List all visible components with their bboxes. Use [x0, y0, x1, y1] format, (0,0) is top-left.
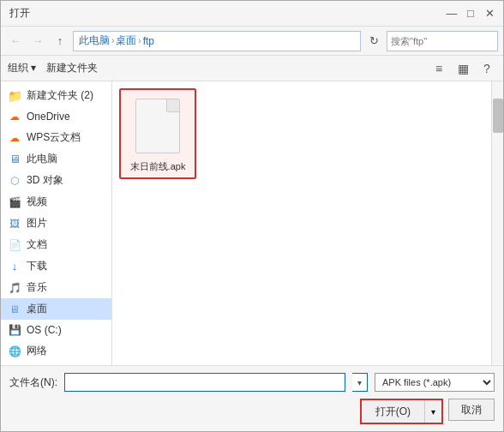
- filename-label: 文件名(N):: [9, 375, 57, 390]
- main-area: 📁 新建文件夹 (2) ☁ OneDrive ☁ WPS云文档 🖥: [1, 81, 503, 365]
- sidebar: 📁 新建文件夹 (2) ☁ OneDrive ☁ WPS云文档 🖥: [1, 81, 112, 365]
- open-button[interactable]: 打开(O): [362, 400, 424, 423]
- wps-icon: ☁: [8, 131, 21, 145]
- filename-input[interactable]: [64, 373, 345, 392]
- bottom-area: 文件名(N): ▾ APK files (*.apk) 打开(O) ▾ 取消: [1, 365, 503, 431]
- this-pc-icon: 🖥: [8, 153, 21, 166]
- button-row: 打开(O) ▾ 取消: [9, 399, 495, 424]
- path-ftp[interactable]: ftp: [143, 35, 154, 47]
- sidebar-item-onedrive-label: OneDrive: [27, 111, 70, 123]
- new-folder-button[interactable]: 新建文件夹: [46, 61, 98, 75]
- sidebar-item-videos[interactable]: 🎬 视频: [1, 191, 111, 213]
- apk-file-icon: [135, 99, 180, 153]
- network-icon: 🌐: [8, 345, 21, 358]
- sidebar-item-wps-label: WPS云文档: [27, 130, 81, 145]
- sidebar-item-new-folder-label: 新建文件夹 (2): [27, 88, 93, 103]
- desktop-icon: 🖥: [8, 303, 21, 316]
- open-button-group: 打开(O) ▾: [360, 399, 443, 424]
- sidebar-item-wps[interactable]: ☁ WPS云文档: [1, 127, 111, 148]
- filename-dropdown-button[interactable]: ▾: [352, 373, 368, 392]
- sidebar-item-this-pc[interactable]: 🖥 此电脑: [1, 148, 111, 170]
- drive-icon: 💾: [8, 323, 21, 337]
- dialog-title: 打开: [9, 6, 30, 21]
- file-name-apk: 末日前线.apk: [130, 160, 186, 172]
- sidebar-item-downloads-label: 下载: [27, 259, 47, 273]
- sidebar-item-3d-label: 3D 对象: [27, 173, 63, 188]
- pictures-icon: 🖼: [8, 217, 21, 231]
- downloads-icon: ↓: [8, 260, 21, 273]
- sidebar-item-videos-label: 视频: [27, 195, 47, 209]
- folder-icon: 📁: [8, 89, 21, 103]
- address-path[interactable]: 此电脑 › 桌面 › ftp: [73, 31, 361, 51]
- sidebar-item-documents-label: 文档: [27, 237, 47, 252]
- search-input[interactable]: [391, 36, 504, 46]
- scrollbar-track[interactable]: [491, 81, 503, 365]
- sidebar-item-desktop-label: 桌面: [27, 302, 47, 316]
- sidebar-item-network[interactable]: 🌐 网络: [1, 340, 111, 362]
- videos-icon: 🎬: [8, 195, 21, 209]
- file-item-apk[interactable]: 末日前线.apk: [119, 88, 196, 179]
- close-button[interactable]: ✕: [481, 5, 498, 22]
- sidebar-item-music-label: 音乐: [27, 280, 47, 295]
- sidebar-item-onedrive[interactable]: ☁ OneDrive: [1, 106, 111, 127]
- organize-button[interactable]: 组织 ▾: [8, 61, 36, 75]
- path-desktop[interactable]: 桌面: [116, 33, 136, 48]
- search-box[interactable]: 🔍: [387, 31, 498, 51]
- help-button[interactable]: ?: [477, 59, 496, 78]
- scrollbar-thumb[interactable]: [493, 99, 503, 133]
- sidebar-item-this-pc-label: 此电脑: [27, 152, 57, 166]
- up-button[interactable]: ↑: [51, 32, 69, 51]
- sidebar-item-documents[interactable]: 📄 文档: [1, 234, 111, 255]
- view-grid-button[interactable]: ▦: [453, 59, 472, 78]
- maximize-button[interactable]: □: [462, 5, 479, 22]
- file-grid: 末日前线.apk: [112, 81, 491, 365]
- toolbar: 组织 ▾ 新建文件夹 ≡ ▦ ?: [1, 56, 503, 81]
- path-this-pc[interactable]: 此电脑: [79, 33, 110, 48]
- address-bar: ← → ↑ 此电脑 › 桌面 › ftp ↻ 🔍: [1, 27, 503, 56]
- onedrive-icon: ☁: [8, 110, 21, 123]
- refresh-button[interactable]: ↻: [364, 32, 383, 51]
- title-bar-left: 打开: [6, 6, 30, 21]
- sidebar-item-desktop[interactable]: 🖥 桌面: [1, 298, 111, 320]
- title-bar: 打开 — □ ✕: [1, 1, 503, 27]
- filename-row: 文件名(N): ▾ APK files (*.apk): [9, 373, 495, 392]
- path-arrow-2: ›: [138, 36, 141, 45]
- minimize-button[interactable]: —: [443, 5, 460, 22]
- file-open-dialog: 打开 — □ ✕ ← → ↑ 此电脑 › 桌面 › ftp ↻ 🔍 组: [0, 0, 504, 432]
- toolbar-right: ≡ ▦ ?: [429, 59, 496, 78]
- content-area: 末日前线.apk: [112, 81, 491, 365]
- music-icon: 🎵: [8, 281, 21, 295]
- sidebar-item-pictures-label: 图片: [27, 216, 47, 231]
- sidebar-item-os-c-label: OS (C:): [27, 324, 62, 336]
- sidebar-item-os-c[interactable]: 💾 OS (C:): [1, 320, 111, 340]
- sidebar-item-network-label: 网络: [27, 344, 47, 358]
- cancel-button[interactable]: 取消: [448, 399, 495, 421]
- sidebar-item-pictures[interactable]: 🖼 图片: [1, 213, 111, 234]
- title-bar-controls: — □ ✕: [443, 5, 498, 22]
- sidebar-item-3d[interactable]: ⬡ 3D 对象: [1, 170, 111, 191]
- file-icon-container: [130, 95, 185, 157]
- open-dropdown-button[interactable]: ▾: [424, 400, 441, 423]
- forward-button[interactable]: →: [28, 32, 47, 51]
- 3d-icon: ⬡: [8, 174, 21, 188]
- documents-icon: 📄: [8, 238, 21, 252]
- path-arrow-1: ›: [111, 36, 114, 45]
- sidebar-item-new-folder[interactable]: 📁 新建文件夹 (2): [1, 85, 111, 106]
- view-list-button[interactable]: ≡: [429, 59, 448, 78]
- sidebar-item-downloads[interactable]: ↓ 下载: [1, 255, 111, 277]
- back-button[interactable]: ←: [6, 32, 25, 51]
- filetype-select[interactable]: APK files (*.apk): [375, 373, 495, 392]
- sidebar-item-music[interactable]: 🎵 音乐: [1, 277, 111, 298]
- path-segment: 此电脑 › 桌面 › ftp: [79, 33, 154, 48]
